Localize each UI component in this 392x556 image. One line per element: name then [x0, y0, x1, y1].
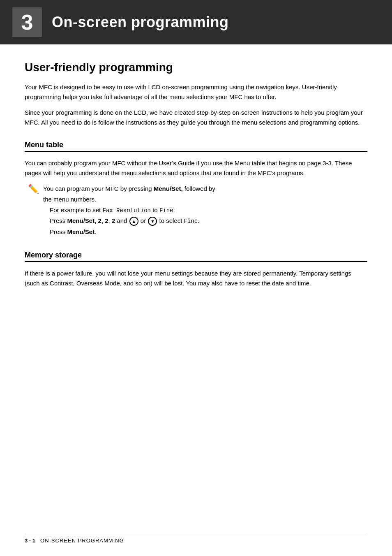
note-icon: ✏️	[28, 184, 39, 195]
page: 3 On-screen programming User-friendly pr…	[0, 0, 392, 556]
memory-storage-heading: Memory storage	[25, 251, 367, 262]
chapter-title: On-screen programming	[52, 14, 229, 31]
arrow-up-icon: ▲	[129, 217, 138, 226]
main-content: User-friendly programming Your MFC is de…	[0, 61, 392, 326]
note-line2: the menu numbers.	[43, 195, 215, 204]
note-box: ✏️ You can program your MFC by pressing …	[25, 184, 367, 238]
note-line5: Press Menu/Set.	[50, 227, 215, 237]
menu-table-heading: Menu table	[25, 141, 367, 152]
chapter-header: 3 On-screen programming	[0, 0, 392, 44]
note-line3: For example to set Fax Resolution to Fin…	[50, 205, 215, 215]
arrow-down-icon: ▼	[148, 217, 157, 226]
footer-page-number: 3 - 1	[25, 537, 35, 544]
menu-table-header-wrapper: Menu table	[25, 141, 367, 152]
page-footer: 3 - 1 ON-SCREEN PROGRAMMING	[25, 534, 367, 544]
section-main-para2: Since your programming is done on the LC…	[25, 108, 367, 127]
footer-chapter-label: ON-SCREEN PROGRAMMING	[40, 537, 124, 544]
section-main-para1: Your MFC is designed to be easy to use w…	[25, 82, 367, 102]
memory-storage-header-wrapper: Memory storage	[25, 251, 367, 262]
menu-table-para1: You can probably program your MFC withou…	[25, 158, 367, 178]
note-content: You can program your MFC by pressing Men…	[43, 184, 215, 238]
section-memory-storage: Memory storage If there is a power failu…	[25, 251, 367, 288]
note-line1: You can program your MFC by pressing Men…	[43, 184, 215, 194]
section-user-friendly: User-friendly programming Your MFC is de…	[25, 61, 367, 127]
memory-storage-para1: If there is a power failure, you will no…	[25, 269, 367, 288]
chapter-number: 3	[12, 7, 42, 37]
or-text: or	[141, 217, 148, 224]
section-main-heading: User-friendly programming	[25, 61, 367, 74]
note-line4: Press Menu/Set, 2, 2, 2 and ▲ or ▼ to se…	[50, 216, 215, 226]
section-menu-table: Menu table You can probably program your…	[25, 141, 367, 238]
